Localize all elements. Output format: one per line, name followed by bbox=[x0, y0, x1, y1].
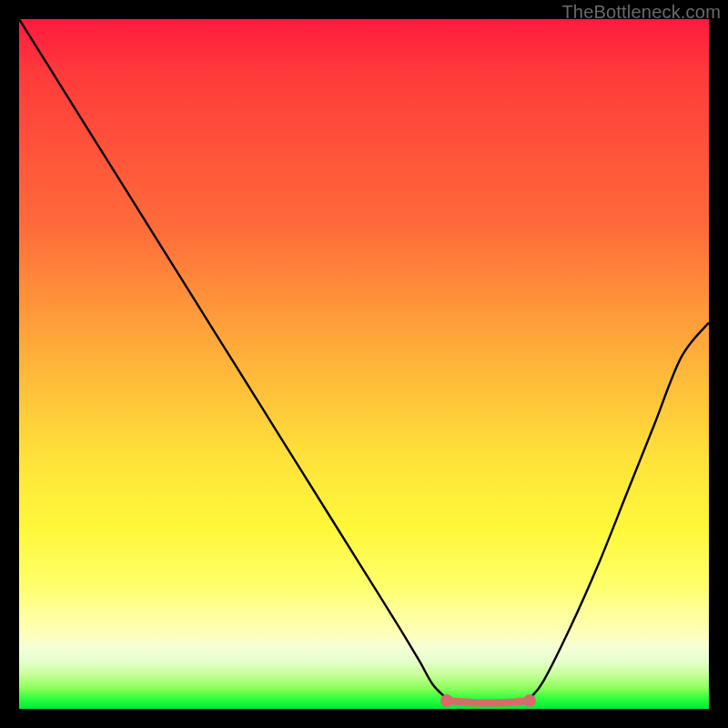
flat-right-endpoint bbox=[523, 694, 536, 707]
bottleneck-curve-left bbox=[19, 19, 447, 699]
flat-optimal-segment bbox=[447, 701, 530, 703]
chart-container: TheBottleneck.com bbox=[0, 0, 728, 728]
flat-left-endpoint bbox=[440, 694, 453, 707]
bottleneck-curve-right bbox=[530, 323, 709, 699]
plot-area bbox=[19, 19, 709, 709]
curve-layer bbox=[19, 19, 709, 709]
attribution-text: TheBottleneck.com bbox=[561, 2, 721, 23]
